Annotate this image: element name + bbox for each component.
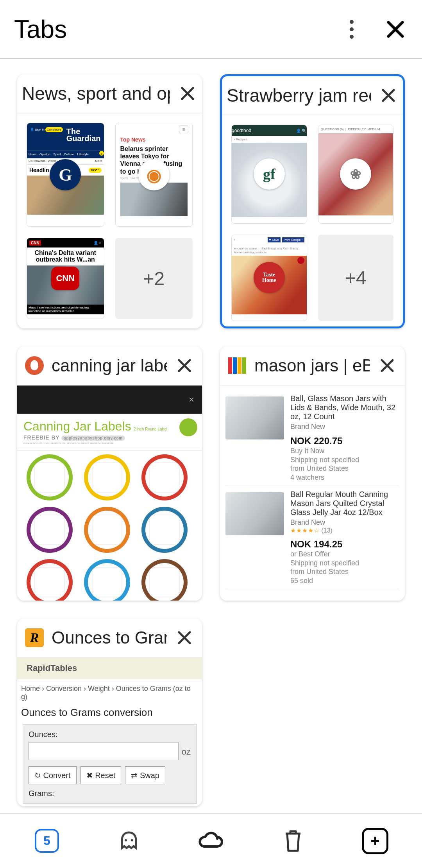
sun-icon: ◉ bbox=[138, 159, 170, 190]
guardian-icon: G bbox=[50, 159, 81, 190]
app-header: Tabs bbox=[0, 0, 422, 59]
tabs-grid: News, sport and opinion 👤 Sign inTheGuar… bbox=[0, 59, 422, 822]
listing-image bbox=[225, 396, 284, 439]
group-more-tabs[interactable]: +2 bbox=[115, 238, 193, 319]
swap-button: ⇄ Swap bbox=[125, 766, 165, 784]
group-thumbnails: goodfood👤 🔍 › Recipes gf QUESTIONS (0) |… bbox=[222, 115, 403, 328]
jar-label bbox=[27, 507, 73, 553]
listing-row: Ball Regular Mouth Canning Mason Jars Qu… bbox=[225, 486, 399, 589]
tab-title: mason jars | eBay bbox=[254, 356, 370, 375]
plus-icon: + bbox=[362, 828, 388, 854]
reset-button: ✖ Reset bbox=[80, 766, 122, 784]
tab-group-title: Strawberry jam recipes bbox=[227, 85, 371, 106]
tab-mason-jars[interactable]: mason jars | eBay Ball, Glass Mason Jars… bbox=[220, 346, 405, 601]
jar-label bbox=[84, 507, 130, 553]
bottom-toolbar: 5 + bbox=[0, 813, 422, 868]
jar-label bbox=[84, 559, 130, 601]
close-tab-button[interactable] bbox=[175, 628, 194, 647]
tab-group-recipes[interactable]: Strawberry jam recipes goodfood👤 🔍 › Rec… bbox=[220, 74, 405, 328]
trash-icon bbox=[283, 829, 303, 853]
tab-header: canning jar labels bbox=[17, 346, 202, 386]
page-title: Tabs bbox=[14, 15, 320, 44]
new-tab-button[interactable]: + bbox=[361, 827, 389, 855]
close-tab-button[interactable] bbox=[175, 356, 194, 375]
group-thumbnails: 👤 Sign inTheGuardianContribute NewsOpini… bbox=[17, 113, 202, 328]
kebab-icon bbox=[350, 20, 354, 39]
group-thumb-guardian[interactable]: 👤 Sign inTheGuardianContribute NewsOpini… bbox=[27, 123, 104, 227]
tab-canning-labels[interactable]: canning jar labels × Canning Jar Labels2… bbox=[17, 346, 202, 601]
tab-group-header: Strawberry jam recipes bbox=[222, 76, 403, 115]
jar-label bbox=[84, 454, 130, 500]
jar-label bbox=[27, 454, 73, 500]
close-tab-button[interactable] bbox=[377, 356, 397, 375]
tab-preview: RapidTables Home › Conversion › Weight ›… bbox=[17, 658, 202, 806]
group-thumb-tasteofhome[interactable]: ‹♥ SavePrint Recipe ›enough to share. —B… bbox=[231, 235, 307, 321]
svg-point-2 bbox=[350, 35, 354, 39]
tab-header: mason jars | eBay bbox=[220, 346, 405, 386]
jar-label bbox=[141, 454, 188, 500]
listing-title: Ball, Glass Mason Jars with Lids & Bands… bbox=[290, 394, 399, 421]
svg-point-1 bbox=[350, 27, 354, 31]
close-tabs-button[interactable] bbox=[383, 17, 408, 42]
svg-point-3 bbox=[125, 839, 127, 841]
ounces-input bbox=[29, 742, 179, 760]
cnn-icon: CNN bbox=[51, 267, 79, 290]
listing-row: Ball, Glass Mason Jars with Lids & Bands… bbox=[225, 390, 399, 486]
tab-title: Ounces to Grams bbox=[52, 628, 167, 647]
ghost-icon bbox=[117, 829, 141, 853]
more-options-button[interactable] bbox=[339, 17, 364, 42]
tab-count-button[interactable]: 5 bbox=[33, 827, 61, 855]
close-group-button[interactable] bbox=[379, 86, 398, 105]
tab-preview: × Canning Jar Labels2 inch Round Label F… bbox=[17, 386, 202, 601]
tab-preview: Ball, Glass Mason Jars with Lids & Bands… bbox=[220, 386, 405, 601]
close-group-button[interactable] bbox=[178, 84, 197, 103]
group-more-tabs[interactable]: +4 bbox=[318, 235, 394, 321]
ebay-icon bbox=[228, 356, 247, 375]
close-icon bbox=[386, 20, 405, 39]
taste-of-home-icon: Taste Home bbox=[254, 262, 285, 293]
listing-title: Ball Regular Mouth Canning Mason Jars Qu… bbox=[290, 490, 399, 517]
jar-label bbox=[141, 559, 188, 601]
group-thumb-recipe2[interactable]: QUESTIONS (0) | DIFFICULTY: MEDIUM ❀ bbox=[318, 125, 394, 224]
svg-point-4 bbox=[131, 839, 133, 841]
listing-image bbox=[225, 492, 284, 535]
tab-group-title: News, sport and opinion bbox=[22, 83, 170, 104]
tab-ounces-to-grams[interactable]: R Ounces to Grams RapidTables Home › Con… bbox=[17, 619, 202, 806]
group-thumb-topnews[interactable]: ≡Top NewsBelarus sprinter leaves Tokyo f… bbox=[115, 123, 193, 227]
group-thumb-cnn[interactable]: CNN👤 ≡China's Delta variant outbreak hit… bbox=[27, 238, 104, 319]
close-all-button[interactable] bbox=[279, 827, 307, 855]
cloud-icon bbox=[197, 831, 225, 851]
svg-point-0 bbox=[350, 20, 354, 24]
synced-tabs-button[interactable] bbox=[197, 827, 225, 855]
overlay-close-icon: × bbox=[189, 394, 194, 405]
incognito-button[interactable] bbox=[115, 827, 143, 855]
goodfood-icon: gf bbox=[254, 158, 285, 190]
jar-label bbox=[27, 559, 73, 601]
convert-button: ↻ Convert bbox=[29, 766, 77, 784]
rapidtables-icon: R bbox=[25, 628, 44, 647]
tab-group-header: News, sport and opinion bbox=[17, 74, 202, 113]
tab-title: canning jar labels bbox=[52, 356, 167, 375]
tab-header: R Ounces to Grams bbox=[17, 619, 202, 658]
group-thumb-goodfood[interactable]: goodfood👤 🔍 › Recipes gf bbox=[231, 125, 307, 224]
jar-label bbox=[141, 507, 188, 553]
flower-icon: ❀ bbox=[340, 158, 371, 190]
duckduckgo-icon bbox=[25, 356, 44, 375]
tab-group-news[interactable]: News, sport and opinion 👤 Sign inTheGuar… bbox=[17, 74, 202, 328]
